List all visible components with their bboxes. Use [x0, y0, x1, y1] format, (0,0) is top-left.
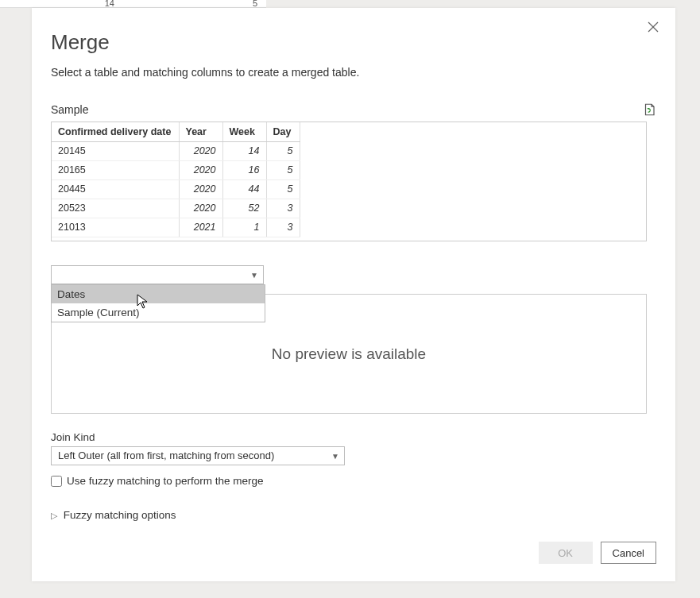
cell-day: 5 — [266, 179, 300, 199]
cell-year: 2020 — [179, 160, 222, 179]
cell-week: 14 — [222, 141, 266, 160]
fuzzy-matching-checkbox-row[interactable]: Use fuzzy matching to perform the merge — [51, 475, 656, 487]
chevron-down-icon: ▼ — [250, 271, 258, 280]
cell-cdd: 20445 — [52, 179, 179, 199]
fuzzy-matching-checkbox[interactable] — [51, 476, 62, 487]
join-kind-combo[interactable]: Left Outer (all from first, matching fro… — [51, 446, 345, 465]
dropdown-option-dates[interactable]: Dates — [52, 285, 265, 303]
cancel-button[interactable]: Cancel — [601, 542, 656, 564]
preview-empty-text: No preview is available — [272, 345, 426, 363]
table-row[interactable]: 20145 2020 14 5 — [52, 141, 300, 160]
cell-cdd: 20523 — [52, 199, 179, 218]
first-table: Confirmed delivery date Year Week Day 20… — [52, 122, 300, 237]
dropdown-option-sample-current[interactable]: Sample (Current) — [52, 303, 265, 322]
col-header-week[interactable]: Week — [222, 122, 266, 141]
cell-cdd: 21013 — [52, 218, 179, 237]
ok-button-label: OK — [558, 547, 573, 559]
cell-day: 5 — [266, 141, 300, 160]
cell-year: 2020 — [179, 141, 222, 160]
first-table-label: Sample — [51, 103, 88, 116]
first-table-preview[interactable]: Confirmed delivery date Year Week Day 20… — [51, 122, 647, 241]
col-header-year[interactable]: Year — [179, 122, 222, 141]
table-row[interactable]: 21013 2021 1 3 — [52, 218, 300, 237]
second-table-combo[interactable]: ▼ Dates Sample (Current) — [51, 265, 264, 284]
cell-year: 2020 — [179, 179, 222, 199]
second-table-dropdown: Dates Sample (Current) — [51, 284, 265, 322]
fuzzy-matching-options-label: Fuzzy matching options — [64, 509, 176, 521]
cell-day: 3 — [266, 218, 300, 237]
cell-year: 2021 — [179, 218, 222, 237]
table-row[interactable]: 20445 2020 44 5 — [52, 179, 300, 199]
refresh-preview-icon[interactable] — [642, 102, 656, 117]
fuzzy-matching-label: Use fuzzy matching to perform the merge — [67, 475, 264, 487]
fuzzy-matching-options-expander[interactable]: ▷ Fuzzy matching options — [51, 509, 656, 521]
dialog-buttons: OK Cancel — [539, 542, 656, 564]
cell-day: 5 — [266, 160, 300, 179]
dialog-title: Merge — [51, 30, 656, 55]
merge-dialog: Merge Select a table and matching column… — [32, 8, 675, 581]
cell-week: 52 — [222, 199, 266, 218]
table-row[interactable]: 20523 2020 52 3 — [52, 199, 300, 218]
ok-button[interactable]: OK — [539, 542, 593, 564]
chevron-down-icon: ▼ — [331, 452, 339, 461]
cell-week: 44 — [222, 179, 266, 199]
close-icon[interactable] — [647, 21, 663, 37]
dialog-subtitle: Select a table and matching columns to c… — [51, 66, 656, 79]
background-grid-peek: 14 5 — [0, 0, 266, 8]
cell-cdd: 20145 — [52, 141, 179, 160]
cell-cdd: 20165 — [52, 160, 179, 179]
cell-week: 1 — [222, 218, 266, 237]
col-header-day[interactable]: Day — [266, 122, 300, 141]
bg-cell-week: 14 — [79, 0, 119, 7]
cell-year: 2020 — [179, 199, 222, 218]
table-row[interactable]: 20165 2020 16 5 — [52, 160, 300, 179]
bg-cell-day: 5 — [230, 0, 262, 7]
join-kind-label: Join Kind — [51, 431, 656, 443]
table-header-row[interactable]: Confirmed delivery date Year Week Day — [52, 122, 300, 141]
cell-week: 16 — [222, 160, 266, 179]
cell-day: 3 — [266, 199, 300, 218]
col-header-cdd[interactable]: Confirmed delivery date — [52, 122, 179, 141]
join-kind-value: Left Outer (all from first, matching fro… — [58, 449, 274, 461]
triangle-right-icon: ▷ — [51, 511, 57, 520]
cancel-button-label: Cancel — [613, 547, 644, 559]
